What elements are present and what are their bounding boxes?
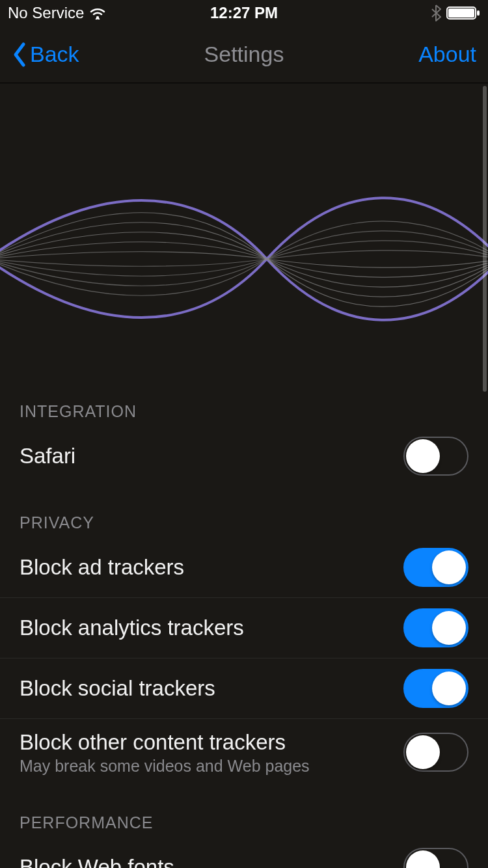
status-bar: No Service 12:27 PM: [0, 0, 488, 26]
back-button[interactable]: Back: [12, 42, 79, 68]
row-label: Safari: [20, 443, 75, 469]
about-button[interactable]: About: [418, 42, 476, 67]
bluetooth-icon: [431, 5, 441, 21]
toggle-analytics-trackers[interactable]: [403, 608, 468, 647]
svg-point-0: [96, 16, 99, 19]
settings-list: INTEGRATION Safari PRIVACY Block ad trac…: [0, 389, 488, 868]
section-header-integration: INTEGRATION: [0, 402, 488, 426]
toggle-other-trackers[interactable]: [403, 733, 468, 772]
row-label: Block Web fonts: [20, 854, 174, 868]
wifi-icon: [89, 7, 106, 20]
svg-rect-2: [448, 8, 474, 18]
hero-wave-graphic: [0, 83, 488, 389]
battery-icon: [446, 5, 480, 21]
back-label: Back: [30, 42, 79, 67]
svg-rect-3: [477, 10, 480, 16]
carrier-text: No Service: [8, 4, 84, 22]
row-safari: Safari: [0, 426, 488, 486]
chevron-left-icon: [12, 42, 27, 68]
row-social-trackers: Block social trackers: [0, 658, 488, 719]
row-label: Block ad trackers: [20, 554, 184, 580]
toggle-social-trackers[interactable]: [403, 669, 468, 708]
row-analytics-trackers: Block analytics trackers: [0, 598, 488, 658]
row-ad-trackers: Block ad trackers: [0, 537, 488, 598]
row-label: Block analytics trackers: [20, 615, 244, 641]
row-web-fonts: Block Web fonts: [0, 837, 488, 868]
page-title: Settings: [204, 42, 284, 67]
status-time: 12:27 PM: [210, 4, 278, 22]
status-left: No Service: [8, 4, 106, 22]
status-right: [431, 5, 480, 21]
row-label: Block social trackers: [20, 675, 215, 701]
scrollbar[interactable]: [483, 86, 487, 392]
section-header-performance: PERFORMANCE: [0, 813, 488, 837]
section-header-privacy: PRIVACY: [0, 513, 488, 537]
nav-bar: Back Settings About: [0, 26, 488, 83]
row-other-trackers: Block other content trackers May break s…: [0, 719, 488, 786]
row-label: Block other content trackers: [20, 729, 310, 755]
row-subtitle: May break some videos and Web pages: [20, 757, 310, 776]
toggle-safari[interactable]: [403, 437, 468, 476]
toggle-web-fonts[interactable]: [403, 848, 468, 868]
toggle-ad-trackers[interactable]: [403, 548, 468, 587]
